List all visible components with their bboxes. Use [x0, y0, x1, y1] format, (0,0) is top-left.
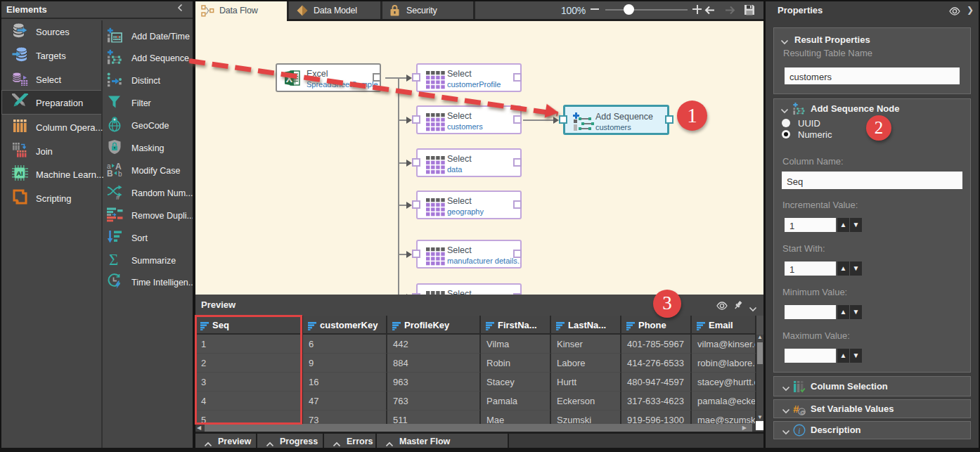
svg-text:B: B: [107, 168, 113, 176]
svg-text:i: i: [798, 426, 800, 436]
svg-text:#: #: [116, 193, 120, 200]
svg-text:b: b: [118, 169, 122, 176]
svg-text:@: @: [800, 409, 806, 415]
svg-text:Σ: Σ: [109, 252, 118, 267]
svg-text:AI: AI: [16, 169, 23, 177]
